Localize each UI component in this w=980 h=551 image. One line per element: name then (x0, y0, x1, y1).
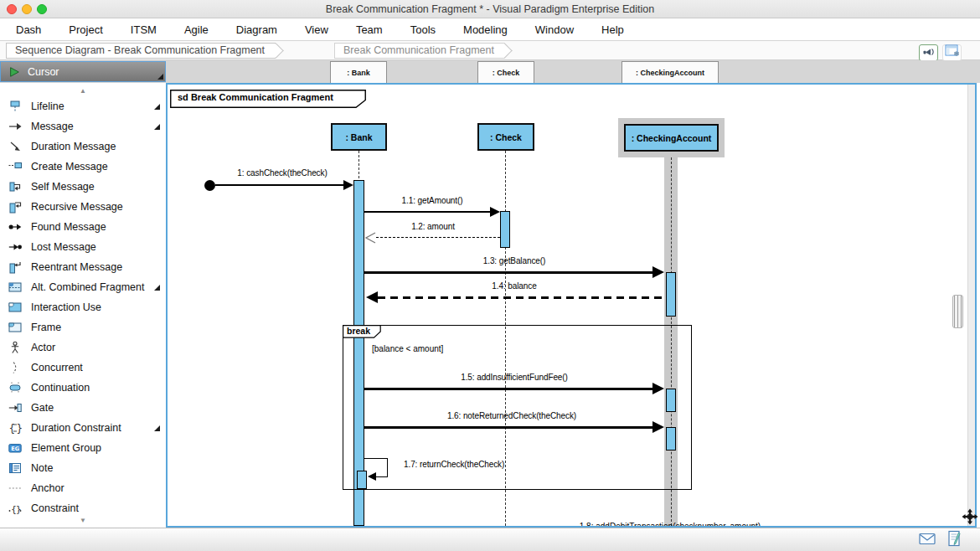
message-line-1-5[interactable] (364, 388, 652, 390)
window-layout-button[interactable] (942, 44, 962, 61)
message-line-1-3[interactable] (364, 271, 652, 274)
scroll-up-icon[interactable]: ▲ (0, 87, 166, 95)
message-line-1-7[interactable] (376, 476, 388, 477)
message-label-1[interactable]: 1: cashCheck(theCheck) (237, 168, 327, 178)
svg-text:}: } (15, 504, 21, 515)
vertical-scrollbar[interactable] (967, 85, 975, 526)
tool-interaction-use[interactable]: Interaction Use (0, 297, 166, 317)
tool-anchor[interactable]: Anchor (0, 478, 166, 498)
diagram-toolbox: ▲ Lifeline Message Duration Message Crea… (0, 83, 166, 528)
found-message-endpoint[interactable] (204, 180, 215, 191)
menu-item-help[interactable]: Help (601, 23, 624, 36)
menu-item-tools[interactable]: Tools (410, 23, 436, 36)
header-tab-checkingaccount[interactable]: : CheckingAccount (622, 61, 719, 83)
pan-diagram-button[interactable] (961, 509, 979, 528)
status-bar (0, 528, 980, 551)
message-label-1-6[interactable]: 1.6: noteReturnedCheck(theCheck) (447, 411, 576, 420)
sd-frame-label[interactable]: sd Break Communication Fragment (170, 90, 366, 108)
svg-text:}: } (16, 423, 22, 435)
activation-check[interactable] (500, 211, 510, 248)
tool-actor[interactable]: Actor (0, 337, 166, 358)
message-line-1[interactable] (215, 184, 343, 186)
tool-message[interactable]: Message (0, 116, 166, 136)
tool-create-message[interactable]: Create Message (0, 157, 166, 177)
arrowhead-icon (652, 383, 664, 394)
tool-found-message[interactable]: Found Message (0, 217, 166, 237)
header-tab-bank[interactable]: : Bank (330, 61, 387, 83)
menu-item-itsm[interactable]: ITSM (131, 23, 157, 36)
tool-reentrant-message[interactable]: Reentrant Message (0, 257, 166, 277)
submenu-corner-icon (154, 425, 160, 431)
message-line-1-7[interactable] (387, 458, 388, 477)
chevron-right-icon (498, 43, 513, 58)
message-label-1-3[interactable]: 1.3: getBalance() (483, 256, 545, 265)
tool-self-message[interactable]: Self Message (0, 177, 166, 197)
self-message-icon (8, 180, 22, 194)
submenu-corner-icon (154, 285, 160, 291)
tool-note[interactable]: Note (0, 458, 166, 478)
tool-element-group[interactable]: EG Element Group (0, 438, 166, 458)
tool-frame[interactable]: Frame (0, 317, 166, 337)
submenu-corner-icon (154, 124, 160, 130)
arrowhead-icon (490, 207, 500, 217)
message-label-1-8-clipped[interactable]: 1.8: addDebitTransaction(checknumber, am… (561, 522, 779, 526)
lifeline-head-check[interactable]: : Check (477, 123, 534, 151)
menu-item-agile[interactable]: Agile (184, 23, 209, 36)
menu-item-view[interactable]: View (305, 23, 328, 36)
announcement-button[interactable] (919, 44, 938, 61)
menu-item-dash[interactable]: Dash (16, 23, 41, 36)
tool-recursive-message[interactable]: Recursive Message (0, 197, 166, 217)
tool-constraint[interactable]: {} Constraint (0, 498, 166, 518)
menu-item-team[interactable]: Team (356, 23, 383, 36)
tool-alt-combined-fragment[interactable]: Alt. Combined Fragment (0, 277, 166, 297)
tool-gate[interactable]: Gate (0, 398, 166, 418)
edit-notes-button[interactable] (946, 531, 963, 549)
lifeline-head-bank[interactable]: : Bank (331, 123, 387, 151)
message-line-1-7[interactable] (364, 458, 388, 459)
scroll-down-icon[interactable]: ▼ (0, 517, 166, 524)
tool-duration-constraint[interactable]: {} Duration Constraint (0, 418, 166, 438)
megaphone-icon (922, 45, 936, 60)
breadcrumb-item-diagram-type[interactable]: Sequence Diagram - Break Communication F… (6, 43, 276, 59)
cursor-tool-label: Cursor (28, 66, 59, 78)
fragment-guard[interactable]: [balance < amount] (372, 344, 443, 353)
message-label-1-4[interactable]: 1.4: balance (492, 281, 536, 291)
tool-concurrent[interactable]: Concurrent (0, 358, 166, 378)
tool-lost-message[interactable]: Lost Message (0, 237, 166, 257)
message-label-1-2[interactable]: 1.2: amount (411, 222, 455, 231)
menu-item-diagram[interactable]: Diagram (236, 23, 277, 36)
diagram-canvas[interactable]: sd Break Communication Fragment : Bank :… (166, 83, 977, 528)
interaction-use-icon (8, 301, 22, 315)
create-message-icon (8, 160, 22, 174)
message-label-1-5[interactable]: 1.5: addInsufficientFundFee() (461, 373, 568, 382)
break-fragment[interactable]: break [balance < amount] (343, 325, 692, 490)
menu-item-modeling[interactable]: Modeling (463, 23, 508, 36)
title-bar: Break Communication Fragment * - Visual … (0, 0, 980, 18)
message-line-1-6[interactable] (364, 426, 652, 429)
activation-bank-nested[interactable] (357, 471, 367, 489)
application-window: Break Communication Fragment * - Visual … (0, 0, 980, 551)
message-line-1-4[interactable] (378, 296, 664, 299)
cursor-icon (7, 64, 21, 79)
menu-item-project[interactable]: Project (69, 23, 102, 36)
cursor-tool-button[interactable]: Cursor (0, 61, 166, 82)
message-line-1-2[interactable] (376, 237, 500, 238)
breadcrumb-item-diagram-name[interactable]: Break Communication Fragment (334, 43, 505, 59)
menu-item-window[interactable]: Window (535, 23, 574, 36)
header-tab-check[interactable]: : Check (477, 61, 534, 83)
message-line-1-1[interactable] (364, 211, 490, 213)
arrowhead-icon (366, 291, 378, 303)
message-label-1-1[interactable]: 1.1: getAmount() (402, 196, 463, 205)
lifeline-head-checkingaccount[interactable]: : CheckingAccount (624, 124, 719, 152)
message-label-1-7[interactable]: 1.7: returnCheck(theCheck) (404, 460, 504, 469)
frame-icon (8, 321, 22, 335)
tool-lifeline[interactable]: Lifeline (0, 96, 166, 116)
arrowhead-icon (368, 472, 376, 481)
submenu-corner-icon (157, 74, 163, 80)
messages-button[interactable] (917, 533, 937, 548)
tool-continuation[interactable]: Continuation (0, 378, 166, 398)
tool-duration-message[interactable]: Duration Message (0, 136, 166, 157)
panel-collapse-handle[interactable] (952, 295, 963, 328)
arrowhead-icon (343, 180, 353, 190)
activation-checkingaccount[interactable] (666, 272, 676, 317)
